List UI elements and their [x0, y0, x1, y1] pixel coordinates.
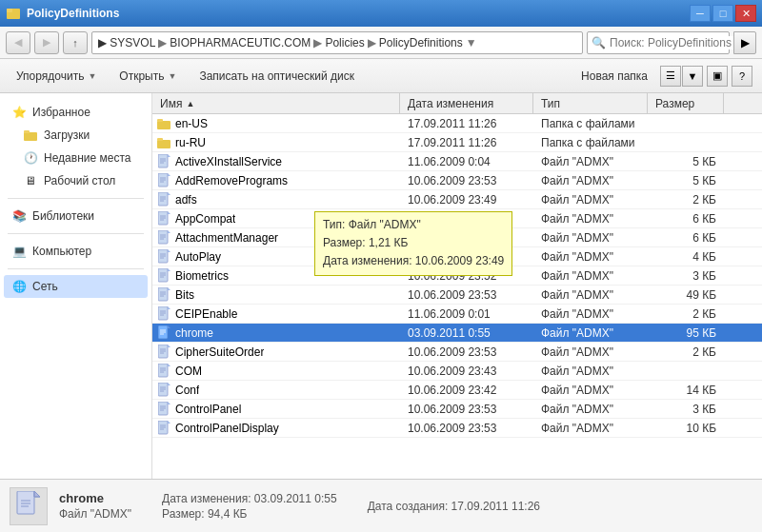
- burn-button[interactable]: Записать на оптический диск: [189, 63, 365, 89]
- file-name: Biometrics: [175, 269, 229, 283]
- table-row[interactable]: AddRemovePrograms 10.06.2009 23:53 Файл …: [152, 171, 762, 190]
- file-name-cell: CipherSuiteOrder: [152, 345, 400, 360]
- sort-indicator: ▲: [186, 99, 194, 108]
- sidebar-item-favorites[interactable]: ⭐ Избранное: [4, 101, 148, 124]
- close-button[interactable]: ✕: [735, 5, 756, 22]
- file-type: Файл "ADMX": [533, 403, 648, 416]
- path-policydefs[interactable]: PolicyDefinitions: [379, 36, 463, 49]
- view-details-button[interactable]: ☰: [660, 66, 681, 87]
- view-buttons[interactable]: ☰ ▼: [660, 66, 703, 87]
- burn-label: Записать на оптический диск: [199, 69, 354, 83]
- file-size: 95 КБ: [648, 326, 724, 340]
- open-button[interactable]: Открыть ▼: [109, 63, 187, 89]
- maximize-button[interactable]: □: [712, 5, 733, 22]
- table-row[interactable]: chrome 03.09.2011 0:55 Файл "ADMX" 95 КБ: [152, 324, 762, 343]
- sidebar-item-downloads[interactable]: Загрузки: [4, 124, 148, 147]
- sidebar-item-network[interactable]: 🌐 Сеть: [4, 275, 148, 298]
- path-policies[interactable]: Policies: [325, 36, 364, 49]
- file-size: 2 КБ: [648, 307, 724, 321]
- file-size: 5 КБ: [648, 174, 724, 187]
- table-row[interactable]: CipherSuiteOrder 10.06.2009 23:53 Файл "…: [152, 343, 762, 362]
- file-name: chrome: [175, 326, 213, 340]
- file-type: Файл "ADMX": [533, 422, 648, 435]
- status-dates: Дата изменения: 03.09.2011 0:55 Размер: …: [162, 492, 337, 521]
- sidebar-item-computer[interactable]: 💻 Компьютер: [4, 240, 148, 263]
- organize-button[interactable]: Упорядочить ▼: [6, 63, 107, 89]
- file-name: Conf: [175, 384, 199, 397]
- preview-pane-button[interactable]: ▣: [707, 66, 728, 87]
- table-row[interactable]: Conf 10.06.2009 23:42 Файл "ADMX" 14 КБ: [152, 381, 762, 400]
- file-date: 10.06.2009 23:43: [400, 365, 533, 378]
- table-row[interactable]: CEIPEnable 11.06.2009 0:01 Файл "ADMX" 2…: [152, 305, 762, 324]
- file-name-cell: ActiveXInstallService: [152, 154, 400, 169]
- file-size: 4 КБ: [648, 250, 724, 264]
- admx-icon: [156, 249, 171, 265]
- file-type: Файл "ADMX": [533, 365, 648, 378]
- file-type: Файл "ADMX": [533, 326, 648, 340]
- file-name-cell: Bits: [152, 287, 400, 303]
- minimize-button[interactable]: ─: [690, 5, 711, 22]
- column-header-type[interactable]: Тип: [533, 93, 648, 113]
- back-button[interactable]: ◀: [6, 31, 30, 54]
- file-date: 17.09.2011 11:26: [400, 136, 533, 149]
- file-size: 10 КБ: [648, 422, 724, 435]
- forward-button[interactable]: ▶: [34, 31, 59, 54]
- help-button[interactable]: ?: [732, 66, 752, 87]
- sidebar-item-libraries[interactable]: 📚 Библиотеки: [4, 205, 148, 227]
- file-name-cell: adfs: [152, 192, 400, 207]
- sidebar-item-recent[interactable]: 🕐 Недавние места: [4, 147, 148, 169]
- sidebar-recent-label: Недавние места: [44, 151, 130, 165]
- table-row[interactable]: adfs 10.06.2009 23:49 Файл "ADMX" 2 КБ: [152, 190, 762, 209]
- path-dropdown-arrow[interactable]: ▼: [466, 36, 477, 49]
- window-controls[interactable]: ─ □ ✕: [690, 5, 756, 22]
- up-button[interactable]: ↑: [63, 31, 88, 54]
- svg-rect-83: [17, 491, 34, 514]
- file-size: 6 КБ: [648, 212, 724, 226]
- address-path[interactable]: ▶ SYSVOL ▶ BIOPHARMACEUTIC.COM ▶ Policie…: [91, 31, 583, 54]
- file-date: 11.06.2009 0:04: [400, 155, 533, 168]
- folder-icon: [156, 116, 171, 131]
- admx-icon: [156, 306, 171, 322]
- sidebar-item-desktop[interactable]: 🖥 Рабочий стол: [4, 169, 148, 192]
- file-date: 10.06.2009 23:42: [400, 384, 533, 397]
- new-folder-button[interactable]: Новая папка: [571, 63, 658, 89]
- file-name: ActiveXInstallService: [175, 155, 282, 168]
- sidebar: ⭐ Избранное Загрузки 🕐 Недавние места 🖥 …: [0, 93, 152, 479]
- table-row[interactable]: en-US 17.09.2011 11:26 Папка с файлами: [152, 114, 762, 133]
- window-title: PolicyDefinitions: [27, 7, 690, 20]
- file-type: Файл "ADMX": [533, 307, 648, 321]
- search-box[interactable]: 🔍: [587, 31, 730, 54]
- table-row[interactable]: ControlPanel 10.06.2009 23:53 Файл "ADMX…: [152, 400, 762, 419]
- table-row[interactable]: Bits 10.06.2009 23:53 Файл "ADMX" 49 КБ: [152, 286, 762, 305]
- file-name: en-US: [175, 117, 208, 130]
- table-row[interactable]: COM 10.06.2009 23:43 Файл "ADMX": [152, 362, 762, 381]
- column-header-name[interactable]: Имя ▲: [152, 93, 400, 113]
- file-type: Файл "ADMX": [533, 193, 648, 207]
- table-row[interactable]: ActiveXInstallService 11.06.2009 0:04 Фа…: [152, 152, 762, 171]
- svg-marker-79: [168, 421, 170, 424]
- sidebar-favorites-label: Избранное: [32, 106, 90, 119]
- file-name-cell: en-US: [152, 116, 400, 131]
- search-button[interactable]: ▶: [733, 31, 756, 54]
- table-row[interactable]: ControlPanelDisplay 10.06.2009 23:53 Фай…: [152, 419, 762, 438]
- path-domain[interactable]: BIOPHARMACEUTIC.COM: [170, 36, 311, 49]
- sidebar-libraries-label: Библиотеки: [32, 209, 94, 223]
- folder-icon: [156, 135, 171, 150]
- path-sysvol[interactable]: ▶ SYSVOL: [98, 36, 155, 49]
- admx-icon: [156, 421, 171, 436]
- column-header-size[interactable]: Размер: [648, 93, 724, 113]
- svg-rect-1: [7, 9, 12, 12]
- view-dropdown-button[interactable]: ▼: [682, 66, 703, 87]
- search-input[interactable]: [610, 36, 752, 49]
- file-date: 10.06.2009 23:53: [400, 403, 533, 416]
- file-name: AttachmentManager: [175, 231, 278, 245]
- svg-rect-4: [157, 121, 170, 129]
- table-row[interactable]: ru-RU 17.09.2011 11:26 Папка с файлами: [152, 133, 762, 152]
- file-size: 2 КБ: [648, 193, 724, 207]
- file-name-cell: chrome: [152, 325, 400, 341]
- file-size: 14 КБ: [648, 384, 724, 397]
- file-type: Папка с файлами: [533, 136, 648, 149]
- status-file-icon: [10, 487, 48, 525]
- svg-marker-19: [168, 192, 170, 195]
- column-header-date[interactable]: Дата изменения: [400, 93, 533, 113]
